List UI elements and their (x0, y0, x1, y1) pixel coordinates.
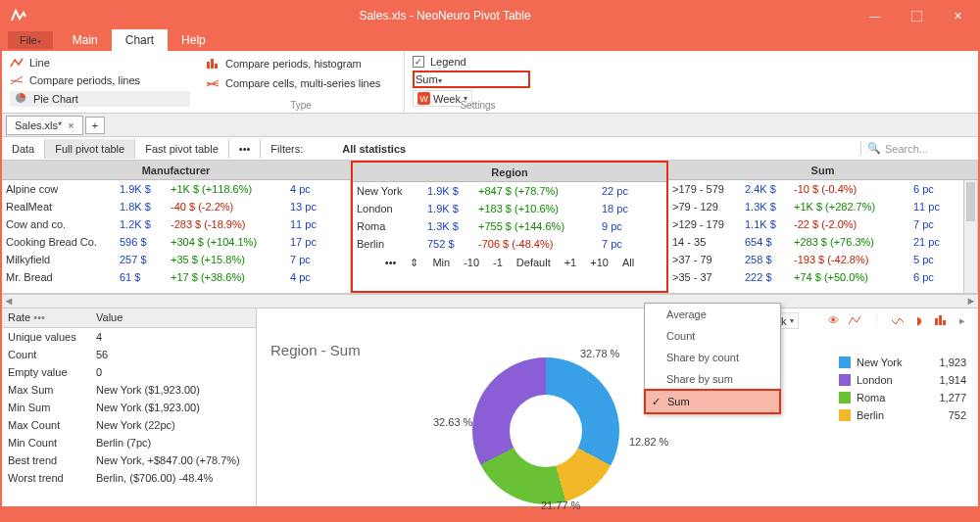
app-logo-icon (2, 8, 35, 24)
close-button[interactable]: ✕ (937, 2, 978, 29)
ribbon-line[interactable]: Line (29, 57, 50, 69)
multiseries-icon (206, 76, 220, 90)
svg-rect-0 (911, 11, 922, 22)
stat-row: Min SumNew York ($1,923.00) (2, 399, 256, 416)
legend-item[interactable]: New York1,923 (839, 354, 966, 371)
search-icon: 🔍 (867, 142, 881, 155)
stat-row: Max CountNew York (22pc) (2, 416, 256, 434)
moon-icon[interactable]: ◗ (911, 312, 927, 328)
column-region: Region New York1.9K $+847 $ (+78.7%)22 p… (351, 161, 668, 293)
sum-dropdown-menu: Average Count Share by count Share by su… (644, 303, 781, 414)
view-toolbar: Data Full pivot table Fast pivot table •… (2, 137, 978, 161)
app-window: Sales.xls - NeoNeuro Pivot Table — ✕ Fil… (0, 0, 980, 522)
tab-main[interactable]: Main (59, 29, 112, 51)
stat-row: Unique values4 (2, 328, 256, 346)
dd-count[interactable]: Count (645, 325, 780, 347)
table-row[interactable]: >129 - 1791.1K $-22 $ (-2.0%)7 pc (668, 215, 977, 233)
stats-panel: Rate ••• Value Unique values4Count56Empt… (2, 308, 257, 506)
table-row[interactable]: >179 - 5792.4K $-10 $ (-0.4%)6 pc (668, 180, 977, 198)
chevron-right-icon[interactable]: ▸ (955, 312, 970, 328)
ribbon-compare-periods-lines[interactable]: Compare periods, lines (29, 74, 140, 86)
bottom-accent-bar (2, 506, 978, 520)
ribbon-pie-chart[interactable]: Pie Chart (33, 93, 78, 105)
table-row[interactable]: New York1.9K $+847 $ (+78.7%)22 pc (353, 182, 666, 200)
region-slider[interactable]: •••⇕ Min-10-1 Default+1+10All (353, 253, 666, 272)
table-row[interactable]: London1.9K $+183 $ (+10.6%)18 pc (353, 200, 666, 217)
lower-pane: Rate ••• Value Unique values4Count56Empt… (2, 308, 978, 506)
file-tabs: Sales.xls*× + (2, 114, 978, 137)
stat-row: Max SumNew York ($1,923.00) (2, 381, 256, 399)
col-header[interactable]: Region (353, 163, 666, 182)
svg-rect-6 (939, 315, 942, 325)
legend-item[interactable]: Berlin752 (839, 406, 966, 424)
pct-label: 32.78 % (580, 348, 619, 359)
filters-value[interactable]: All statistics (313, 143, 406, 155)
col-header[interactable]: Manufacturer (2, 161, 350, 180)
minimize-button[interactable]: — (855, 2, 896, 29)
tab-help[interactable]: Help (168, 29, 220, 51)
column-manufacturer: Manufacturer Alpine cow1.9K $+1K $ (+118… (2, 161, 351, 293)
svg-rect-5 (935, 318, 938, 325)
sum-dropdown[interactable]: Sum▾ (413, 71, 530, 88)
table-row[interactable]: Cow and co.1.2K $-283 $ (-18.9%)11 pc (2, 215, 350, 233)
new-tab-button[interactable]: + (85, 117, 105, 134)
horizontal-scrollbar[interactable]: ◄► (2, 294, 978, 308)
svg-rect-7 (943, 320, 946, 325)
legend-checkbox[interactable]: ✓ (413, 56, 424, 68)
dd-sum[interactable]: Sum (644, 389, 781, 414)
col-header[interactable]: Sum (668, 161, 977, 180)
dd-share-sum[interactable]: Share by sum (645, 368, 780, 390)
title-bar: Sales.xls - NeoNeuro Pivot Table — ✕ (2, 2, 978, 29)
compare-lines-icon (10, 73, 24, 87)
table-row[interactable]: Milkyfield257 $+35 $ (+15.8%)7 pc (2, 251, 350, 268)
view-full-pivot[interactable]: Full pivot table (45, 139, 135, 159)
table-row[interactable]: >35 - 37222 $+74 $ (+50.0%)6 pc (668, 268, 977, 286)
eye-icon[interactable]: 👁 (825, 312, 841, 328)
stats-rate-header[interactable]: Rate ••• (2, 308, 90, 327)
view-data[interactable]: Data (2, 139, 45, 159)
dd-average[interactable]: Average (645, 304, 780, 325)
pivot-columns: Manufacturer Alpine cow1.9K $+1K $ (+118… (2, 161, 978, 294)
search-box[interactable]: 🔍Search... (860, 142, 978, 155)
chart-panel: Sum▾ WWeek▾ 👁 ⋮ ◗ ▸ Region - Sum 32.78 %… (257, 308, 978, 506)
table-row[interactable]: Alpine cow1.9K $+1K $ (+118.6%)4 pc (2, 180, 350, 198)
window-title: Sales.xls - NeoNeuro Pivot Table (35, 9, 855, 23)
zigzag-icon[interactable] (890, 312, 906, 328)
table-row[interactable]: Berlin752 $-706 $ (-48.4%)7 pc (353, 235, 666, 253)
table-row[interactable]: Roma1.3K $+755 $ (+144.6%)9 pc (353, 217, 666, 235)
filters-label: Filters: (261, 139, 313, 159)
maximize-button[interactable] (896, 2, 937, 29)
chart-legend: New York1,923London1,914Roma1,277Berlin7… (839, 354, 966, 424)
pct-label: 32.63 % (433, 416, 472, 428)
table-row[interactable]: Mr. Bread61 $+17 $ (+38.6%)4 pc (2, 268, 350, 286)
ribbon-group-type-label: Type (198, 100, 404, 111)
file-tab-sales[interactable]: Sales.xls*× (6, 116, 83, 135)
ribbon-compare-cells[interactable]: Compare cells, multi-series lines (225, 77, 380, 89)
sep-icon: ⋮ (868, 312, 884, 328)
lines-icon[interactable] (847, 312, 862, 328)
bars-icon[interactable] (933, 312, 949, 328)
legend-label: Legend (430, 56, 466, 68)
table-row[interactable]: RealMeat1.8K $-40 $ (-2.2%)13 pc (2, 198, 350, 215)
view-fast-pivot[interactable]: Fast pivot table (135, 139, 229, 159)
donut-chart (472, 357, 619, 504)
stat-row: Count56 (2, 346, 256, 363)
file-menu[interactable]: File▾ (8, 31, 53, 49)
table-row[interactable]: 14 - 35654 $+283 $ (+76.3%)21 pc (668, 233, 977, 251)
close-tab-icon[interactable]: × (68, 119, 74, 131)
table-row[interactable]: >79 - 1291.3K $+1K $ (+282.7%)11 pc (668, 198, 977, 215)
ribbon-compare-histogram[interactable]: Compare periods, histogram (225, 58, 362, 70)
more-button[interactable]: ••• (229, 139, 262, 159)
table-row[interactable]: >37 - 79258 $-193 $ (-42.8%)5 pc (668, 251, 977, 268)
legend-item[interactable]: London1,914 (839, 371, 966, 389)
pct-label: 21.77 % (541, 499, 580, 511)
legend-item[interactable]: Roma1,277 (839, 389, 966, 406)
table-row[interactable]: Cooking Bread Co.596 $+304 $ (+104.1%)17… (2, 233, 350, 251)
stats-value-header[interactable]: Value (90, 308, 128, 327)
stat-row: Best trendNew York, +$847.00 (+78.7%) (2, 451, 256, 469)
tab-chart[interactable]: Chart (112, 29, 168, 51)
svg-rect-3 (211, 59, 214, 69)
dd-share-count[interactable]: Share by count (645, 347, 780, 368)
chart-tool-icons: 👁 ⋮ ◗ ▸ (825, 312, 970, 328)
vertical-scrollbar[interactable] (963, 180, 977, 293)
